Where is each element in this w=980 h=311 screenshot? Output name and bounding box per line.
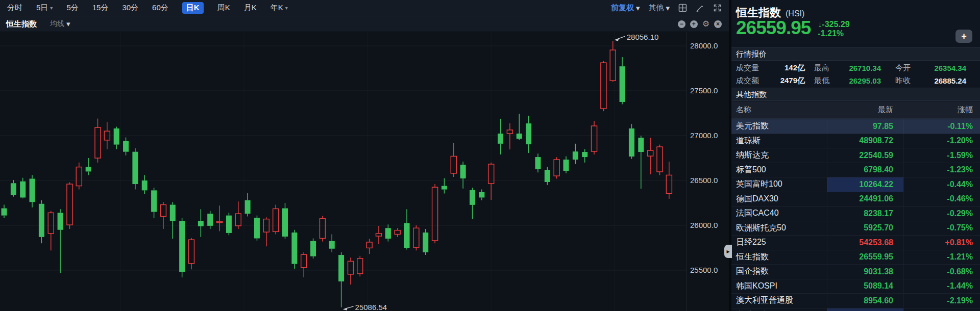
- layout-grid-icon[interactable]: [678, 4, 687, 12]
- change-value: -325.29: [822, 20, 849, 29]
- other-dropdown[interactable]: 其他 ▾: [648, 3, 670, 13]
- quote-item: 最高26710.34: [807, 63, 895, 73]
- candle: [404, 223, 410, 248]
- candle: [545, 170, 550, 182]
- index-name: 日经225: [731, 236, 827, 250]
- period-tab-label: 日K: [186, 3, 200, 13]
- section-indices-header: 其他指数: [731, 88, 980, 101]
- candle: [395, 230, 400, 235]
- index-row[interactable]: 国企指数9031.38-0.68%: [731, 265, 980, 279]
- candle: [95, 127, 101, 158]
- index-table-header: 名称 最新 涨幅: [731, 101, 980, 119]
- index-change: -1.20%: [903, 134, 980, 148]
- zoom-in-icon[interactable]: +: [690, 20, 698, 28]
- candle: [2, 209, 7, 216]
- index-row[interactable]: 韩国KOSPI5089.14-1.44%: [731, 279, 980, 294]
- toolbar-right: 前复权 ▾ 其他 ▾: [611, 3, 729, 13]
- period-tab[interactable]: 60分: [152, 3, 168, 13]
- period-tab-label: 月K: [244, 3, 257, 13]
- period-tab[interactable]: 30分: [122, 3, 138, 13]
- index-last: 6798.40: [827, 163, 903, 177]
- period-tab[interactable]: 年K▾: [271, 3, 288, 13]
- quote-value: 26710.34: [849, 64, 881, 72]
- chevron-down-icon: ▾: [285, 5, 288, 11]
- index-change: -0.46%: [903, 192, 980, 206]
- candle: [142, 180, 148, 190]
- period-tab-label: 分时: [7, 3, 22, 13]
- candle: [610, 50, 616, 81]
- adjust-mode-label: 前复权: [611, 3, 634, 13]
- index-row[interactable]: 标普5006798.40-1.23%: [731, 163, 980, 178]
- index-name: 德国DAX30: [731, 192, 827, 206]
- period-tab[interactable]: 15分: [92, 3, 109, 13]
- candle: [442, 186, 447, 190]
- candle: [376, 234, 382, 236]
- quote-label: 成交量: [736, 63, 759, 73]
- candle: [123, 141, 129, 152]
- y-axis-tick-label: 27500.0: [690, 86, 718, 95]
- index-row[interactable]: 恒生指数26559.95-1.21%: [731, 250, 980, 265]
- index-last: 22540.59: [827, 148, 903, 163]
- candle: [357, 258, 363, 274]
- period-tab[interactable]: 周K: [217, 3, 230, 13]
- index-row[interactable]: 道琼斯48908.72-1.20%: [731, 134, 980, 149]
- candle: [245, 200, 251, 214]
- index-row[interactable]: 欧洲斯托克505925.70-0.75%: [731, 221, 980, 236]
- candle: [657, 147, 663, 172]
- index-change: -0.11%: [903, 119, 980, 134]
- draw-brush-icon[interactable]: [696, 4, 704, 12]
- candle: [338, 255, 344, 281]
- index-row[interactable]: 澳大利亚普通股8954.60-2.19%: [731, 294, 980, 308]
- period-tab[interactable]: 分时: [7, 3, 22, 13]
- zoom-out-icon[interactable]: −: [678, 20, 685, 28]
- close-icon[interactable]: ×: [714, 20, 722, 28]
- low-annotation: 25086.54: [355, 303, 387, 311]
- period-tab[interactable]: 5分: [66, 3, 78, 13]
- index-name: 恒生指数: [731, 250, 827, 265]
- fullscreen-expand-icon[interactable]: [713, 4, 722, 12]
- index-row[interactable]: 纳斯达克22540.59-1.59%: [731, 148, 980, 163]
- gear-icon[interactable]: ⚙: [702, 20, 709, 28]
- index-name: 法国CAC40: [731, 206, 827, 221]
- quote-value: 142亿: [785, 63, 805, 73]
- candle: [517, 134, 522, 139]
- add-to-watchlist-button[interactable]: +: [955, 30, 972, 43]
- index-row[interactable]: 德国DAX3024491.06-0.46%: [731, 192, 980, 207]
- index-row[interactable]: 日经22554253.68+0.81%: [731, 236, 980, 250]
- candle: [310, 241, 316, 256]
- index-change: -1.59%: [903, 148, 980, 163]
- period-tab[interactable]: 5日▾: [36, 3, 53, 13]
- index-table-body: 美元指数97.85-0.11%道琼斯48908.72-1.20%纳斯达克2254…: [731, 119, 980, 311]
- candle: [207, 214, 213, 226]
- candle: [554, 160, 559, 176]
- adjust-mode-dropdown[interactable]: 前复权 ▾: [611, 3, 640, 13]
- candle: [48, 213, 54, 233]
- index-last: 54253.68: [827, 236, 903, 250]
- section-quote-header: 行情报价: [731, 47, 980, 61]
- panel-collapse-handle[interactable]: ▶: [724, 245, 732, 258]
- quote-section-label: 行情报价: [736, 49, 767, 59]
- candle: [320, 219, 325, 239]
- candle: [507, 130, 512, 134]
- candle: [329, 241, 335, 249]
- index-row[interactable]: 美元指数97.85-0.11%: [731, 119, 980, 134]
- index-name: 道琼斯: [731, 134, 827, 148]
- index-name: 澳大利亚普通股: [731, 294, 827, 308]
- candle: [535, 157, 541, 169]
- candle: [479, 192, 484, 198]
- candle: [582, 152, 587, 157]
- chart-symbol-label: 恒生指数: [0, 19, 37, 29]
- candle: [179, 221, 185, 272]
- price-change-abs: ↓-325.29: [818, 20, 849, 29]
- chart-canvas[interactable]: 28000.027500.027000.026500.026000.025500…: [0, 0, 729, 311]
- period-tab[interactable]: 日K: [182, 2, 204, 14]
- index-row[interactable]: 法国CAC408238.17-0.29%: [731, 206, 980, 221]
- index-row[interactable]: 富时意大利MIB15433.92-0.73%: [731, 308, 980, 311]
- period-tab-label: 5日: [36, 3, 48, 13]
- ma-dropdown[interactable]: 均线 ▾: [50, 19, 70, 29]
- period-tab[interactable]: 月K: [244, 3, 257, 13]
- candle: [385, 228, 391, 239]
- candle: [601, 63, 606, 109]
- index-row[interactable]: 英国富时10010264.22-0.44%: [731, 177, 980, 192]
- quote-item: 今开26354.34: [895, 63, 980, 73]
